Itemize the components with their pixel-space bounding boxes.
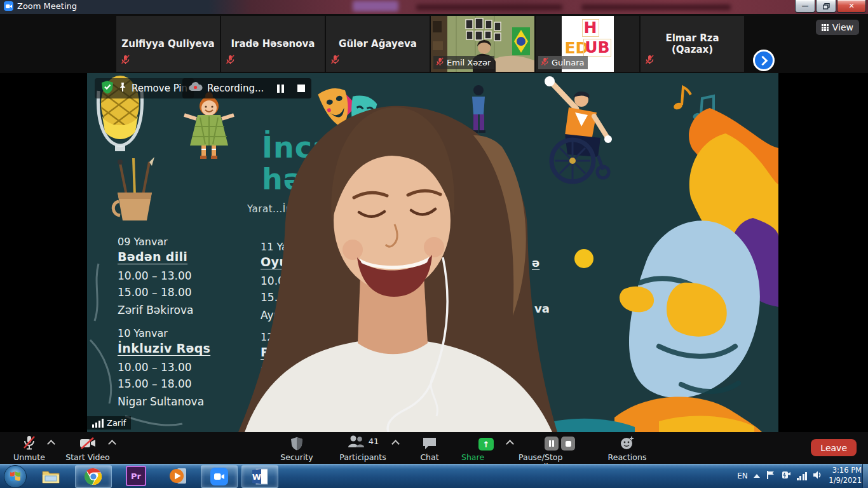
participants-button[interactable]: 41 Participants: [338, 435, 388, 462]
security-shield-icon: [290, 435, 303, 451]
meeting-toolbar: Unmute Start Video Security 41 Participa…: [0, 432, 868, 464]
network-signal-icon[interactable]: [797, 472, 808, 480]
participant-tile[interactable]: Zulfiyya Quliyeva: [116, 16, 220, 72]
audio-level-icon: [92, 419, 104, 428]
chat-bubble-icon: [422, 435, 437, 451]
participant-name: Gülər Ağayeva: [335, 38, 421, 50]
language-indicator[interactable]: EN: [737, 471, 748, 480]
participant-name: Emil Xəzər: [447, 58, 491, 67]
taskbar-premiere-button[interactable]: Pr: [118, 465, 154, 487]
participant-tile-video[interactable]: ED H UB Gulnara: [536, 16, 639, 72]
participant-tile[interactable]: Iradə Həsənova: [221, 16, 325, 72]
recording-cloud-icon: [189, 82, 203, 95]
speaker-video-person: [87, 73, 778, 432]
muted-mic-icon: [121, 55, 130, 67]
zoom-meeting-window: Zoom Meeting — ✕ Zulfiyya Quliyeva Iradə…: [0, 0, 868, 488]
security-button[interactable]: Security: [275, 435, 319, 462]
remove-pin-label: Remove Pin: [132, 83, 187, 94]
start-video-button[interactable]: Start Video: [65, 435, 111, 462]
recording-label: Recording...: [207, 83, 264, 94]
main-stage: İncəsə həftə Yarat...İnkişaf et...Töhfə …: [0, 73, 868, 432]
window-titlebar: Zoom Meeting — ✕: [0, 0, 868, 14]
muted-mic-icon: [330, 55, 340, 67]
chrome-icon: [85, 468, 102, 485]
share-screen-icon: ↑: [478, 438, 494, 451]
background-window-artifact: [416, 4, 562, 10]
participant-filmstrip: Zulfiyya Quliyeva Iradə Həsənova Gülər A…: [0, 14, 868, 73]
media-player-icon: [168, 467, 187, 485]
restore-button[interactable]: [816, 0, 836, 13]
unmute-button[interactable]: Unmute: [10, 435, 48, 462]
pinned-video[interactable]: İncəsə həftə Yarat...İnkişaf et...Töhfə …: [87, 73, 778, 432]
window-title: Zoom Meeting: [17, 1, 77, 11]
pause-recording-button[interactable]: [545, 437, 559, 451]
background-window-artifact: [581, 4, 731, 10]
encryption-shield-icon: [101, 80, 114, 97]
reactions-smiley-icon: [620, 435, 635, 451]
participant-tile[interactable]: Gülər Ağayeva: [326, 16, 430, 72]
stop-recording-button[interactable]: [561, 437, 575, 451]
zoom-app-icon: [4, 1, 13, 11]
premiere-icon: Pr: [126, 466, 146, 486]
chat-button[interactable]: Chat: [412, 435, 447, 462]
view-grid-icon: [822, 24, 829, 31]
zoom-camera-icon: [210, 468, 228, 485]
participants-icon: [347, 435, 365, 451]
participant-name: Elmar Rza (Qazax): [641, 32, 744, 55]
windows-logo-icon: [9, 470, 22, 483]
muted-mic-icon: [436, 57, 444, 68]
recording-indicator: Recording...: [182, 78, 311, 98]
unmute-options-chevron[interactable]: [47, 440, 55, 448]
stop-recording-icon[interactable]: [297, 85, 305, 92]
background-window-artifact: [353, 1, 398, 11]
folder-icon: [41, 468, 60, 484]
taskbar-word-button[interactable]: W: [241, 465, 278, 488]
muted-mic-icon: [226, 55, 235, 67]
view-button[interactable]: View: [816, 20, 859, 35]
taskbar-chrome-button[interactable]: [75, 465, 112, 488]
participants-count: 41: [369, 435, 379, 446]
taskbar-zoom-button[interactable]: [201, 465, 238, 488]
participant-tile[interactable]: Elmar Rza (Qazax): [641, 16, 744, 72]
pin-icon: [118, 82, 127, 95]
participants-options-chevron[interactable]: [391, 440, 400, 448]
chevron-right-icon: [758, 55, 768, 65]
leave-button[interactable]: Leave: [811, 439, 857, 456]
show-hidden-icons-button[interactable]: [754, 474, 760, 478]
close-button[interactable]: ✕: [837, 0, 866, 13]
power-plug-icon[interactable]: [781, 470, 791, 482]
participant-name: Zulfiyya Quliyeva: [118, 38, 218, 50]
start-button[interactable]: [4, 465, 27, 488]
reactions-button[interactable]: Reactions: [607, 435, 648, 462]
speaker-name-label: Zarif: [87, 416, 131, 430]
taskbar-clock[interactable]: 3:16 PM 1/9/2021: [829, 466, 862, 485]
remove-pin-button[interactable]: Remove Pin: [95, 78, 194, 98]
pause-recording-icon[interactable]: [277, 85, 284, 93]
participant-name: Iradə Həsənova: [227, 38, 319, 50]
taskbar-media-player-button[interactable]: [160, 465, 196, 487]
minimize-button[interactable]: —: [795, 0, 815, 13]
taskbar-explorer-button[interactable]: [33, 465, 69, 487]
muted-mic-icon: [541, 57, 549, 68]
show-desktop-button[interactable]: [862, 464, 868, 488]
speaker-volume-icon[interactable]: [813, 470, 823, 482]
word-icon: W: [251, 468, 269, 485]
participant-name: Gulnara: [552, 58, 584, 67]
muted-mic-icon: [645, 55, 654, 67]
video-off-icon: [79, 435, 96, 451]
windows-taskbar: Pr W EN: [0, 464, 868, 488]
action-center-flag-icon[interactable]: [766, 470, 775, 482]
svg-text:W: W: [252, 472, 261, 482]
participant-tile-video[interactable]: Emil Xəzər: [431, 16, 534, 72]
muted-mic-icon: [22, 435, 36, 451]
next-participants-button[interactable]: [753, 50, 775, 71]
